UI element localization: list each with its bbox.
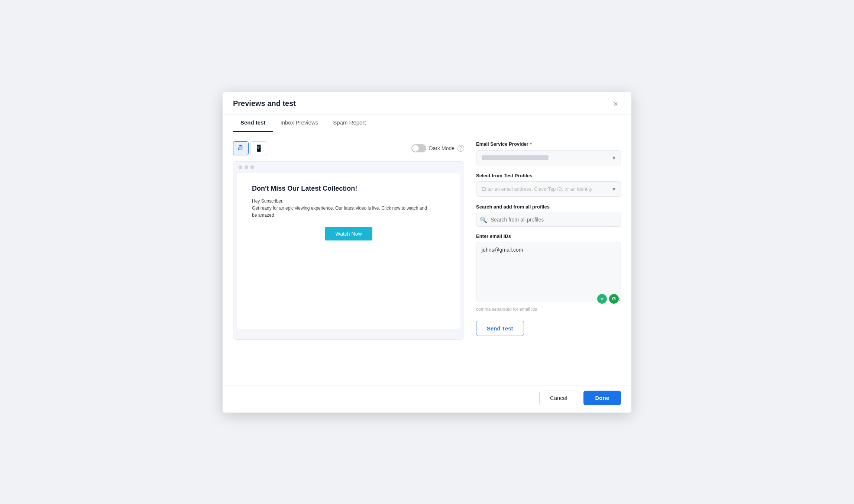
modal-title: Previews and test <box>233 99 296 113</box>
test-profiles-select[interactable]: Enter an email address, CleverTap ID, or… <box>476 181 621 197</box>
done-button[interactable]: Done <box>583 391 621 405</box>
test-profiles-chevron-icon: ▾ <box>612 185 615 193</box>
browser-bar <box>233 162 464 173</box>
search-input-wrap: 🔍 <box>476 213 621 227</box>
right-panel: Email Service Provider * ▾ Select from T… <box>476 141 621 376</box>
browser-dot-2 <box>245 165 248 169</box>
email-heading: Don't Miss Our Latest Collection! <box>252 185 445 193</box>
tabs-bar: Send test Inbox Previews Spam Report <box>223 114 631 132</box>
email-body-text: Hey Subscriber, Get ready for an epic vi… <box>252 198 445 219</box>
email-content: Don't Miss Our Latest Collection! Hey Su… <box>237 173 460 329</box>
search-icon: 🔍 <box>480 216 487 223</box>
test-profiles-section: Select from Test Profiles Enter an email… <box>476 173 621 197</box>
preview-controls-row: 🖶 📱 Dark Mode ? <box>233 141 464 155</box>
dark-mode-help-icon[interactable]: ? <box>457 145 464 152</box>
esp-select[interactable]: ▾ <box>476 150 621 165</box>
mobile-icon: 📱 <box>255 144 263 152</box>
dark-mode-group: Dark Mode ? <box>411 144 464 152</box>
browser-dot-1 <box>239 165 242 169</box>
modal-container: Previews and test × Send test Inbox Prev… <box>223 92 631 413</box>
test-profiles-placeholder: Enter an email address, CleverTap ID, or… <box>482 186 592 192</box>
grammarly-g-icon[interactable]: G <box>609 294 619 304</box>
email-ids-label: Enter email IDs <box>476 233 621 239</box>
test-profiles-label: Select from Test Profiles <box>476 173 621 178</box>
email-hint-text: comma separated for email ids <box>476 307 621 312</box>
tab-spam-report[interactable]: Spam Report <box>326 114 373 132</box>
tab-inbox-previews[interactable]: Inbox Previews <box>273 114 326 132</box>
esp-label: Email Service Provider * <box>476 141 621 147</box>
esp-section: Email Service Provider * ▾ <box>476 141 621 165</box>
required-star: * <box>530 141 532 147</box>
preview-panel: 🖶 📱 Dark Mode ? <box>233 141 464 376</box>
email-ids-section: Enter email IDs johns@gmail.com G comma … <box>476 233 621 312</box>
desktop-view-button[interactable]: 🖶 <box>233 141 249 155</box>
view-toggle-group: 🖶 📱 <box>233 141 267 155</box>
send-test-button[interactable]: Send Test <box>476 321 524 336</box>
tab-send-test[interactable]: Send test <box>233 114 273 132</box>
dark-mode-label: Dark Mode <box>429 145 455 151</box>
close-button[interactable]: × <box>610 98 621 110</box>
watch-now-button[interactable]: Watch Now <box>325 227 372 240</box>
email-ids-wrap: johns@gmail.com G <box>476 242 621 304</box>
search-profiles-label: Search and add from all profiles <box>476 204 621 210</box>
modal-header: Previews and test × <box>223 92 631 114</box>
browser-dot-3 <box>250 165 254 169</box>
search-profiles-section: Search and add from all profiles 🔍 <box>476 204 621 227</box>
desktop-icon: 🖶 <box>237 144 244 152</box>
search-profiles-input[interactable] <box>476 213 621 227</box>
cancel-button[interactable]: Cancel <box>539 391 578 405</box>
dark-mode-toggle[interactable] <box>411 144 426 152</box>
esp-value-blurred <box>482 155 549 160</box>
modal-footer: Cancel Done <box>223 385 631 413</box>
grammarly-download-icon[interactable] <box>597 294 607 304</box>
email-preview-wrapper: Don't Miss Our Latest Collection! Hey Su… <box>233 161 464 340</box>
email-ids-textarea[interactable]: johns@gmail.com <box>476 242 621 301</box>
mobile-view-button[interactable]: 📱 <box>250 141 267 155</box>
esp-chevron-icon: ▾ <box>612 154 615 161</box>
modal-body: 🖶 📱 Dark Mode ? <box>223 132 631 385</box>
